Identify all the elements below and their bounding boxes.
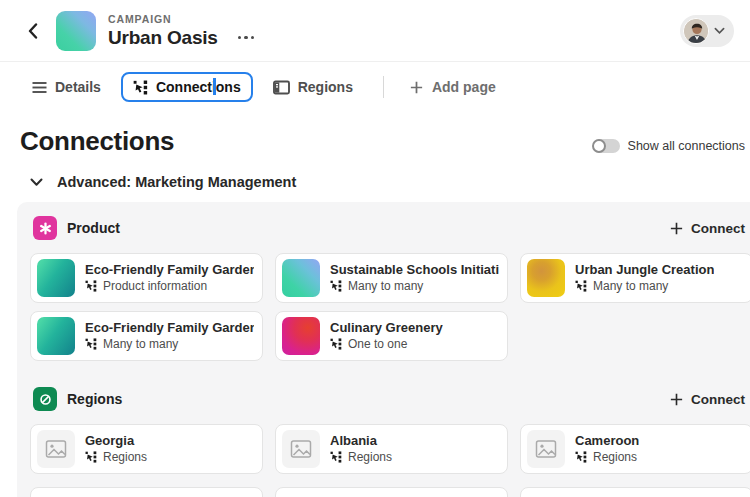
image-placeholder-icon — [290, 439, 312, 459]
regions-cards-grid: Georgia Regions Albania Regions Cameroon… — [30, 424, 750, 474]
section-header-product: Product Connect — [33, 216, 745, 240]
card-title: Albania — [330, 434, 392, 449]
connection-card[interactable]: Albania Regions — [275, 424, 508, 474]
card-title: Urban Jungle Creation — [575, 263, 714, 278]
product-cards-grid: Eco-Friendly Family Gardens Product info… — [30, 253, 750, 361]
connection-type-icon — [330, 280, 342, 292]
card-subtitle: Many to many — [103, 337, 178, 351]
tab-label: Connections — [156, 79, 241, 95]
card-title: Cameroon — [575, 434, 639, 449]
image-placeholder-icon — [535, 439, 557, 459]
card-title: Eco-Friendly Family Gardens — [85, 263, 254, 278]
entity-type-label: CAMPAIGN — [108, 13, 258, 25]
toggle-label: Show all connections — [628, 139, 745, 153]
connection-type-icon — [330, 338, 342, 350]
card-thumbnail — [282, 430, 320, 468]
card-title: Eco-Friendly Family Gardens — [85, 321, 254, 336]
chevron-down-icon — [30, 178, 43, 187]
plus-icon — [670, 393, 683, 406]
regions-cards-grid-partial — [30, 487, 750, 497]
card-thumbnail — [282, 259, 320, 297]
card-thumbnail — [37, 259, 75, 297]
connection-card[interactable]: Cameroon Regions — [520, 424, 750, 474]
card-thumbnail — [37, 430, 75, 468]
connection-type-icon — [575, 451, 587, 463]
plus-icon — [410, 81, 423, 94]
tab-label: Details — [55, 79, 101, 95]
card-subtitle: Product information — [103, 279, 207, 293]
chevron-down-icon — [714, 27, 725, 35]
tab-label: Regions — [298, 79, 353, 95]
tab-details[interactable]: Details — [20, 72, 113, 102]
connection-type-icon — [85, 338, 97, 350]
card-title: Georgia — [85, 434, 147, 449]
show-all-connections-toggle[interactable]: Show all connections — [593, 139, 745, 153]
card-subtitle: One to one — [348, 337, 407, 351]
connections-panel: Product Connect Eco-Friendly Family Gard… — [17, 202, 750, 497]
plus-icon — [670, 222, 683, 235]
divider — [383, 76, 384, 98]
connect-button-product[interactable]: Connect — [670, 221, 745, 236]
campaign-title: Urban Oasis — [108, 27, 218, 49]
asterisk-icon — [33, 216, 57, 240]
back-button[interactable] — [20, 18, 46, 44]
connection-type-icon — [85, 451, 97, 463]
card-thumbnail — [37, 317, 75, 355]
connection-card[interactable]: Eco-Friendly Family Gardens Many to many — [30, 311, 263, 361]
connections-icon — [133, 80, 148, 95]
page-title: Connections — [20, 126, 174, 157]
connection-card-partial[interactable] — [520, 487, 750, 497]
tab-connections[interactable]: Connections — [121, 72, 253, 102]
section-name: Product — [67, 220, 120, 236]
connection-type-icon — [330, 451, 342, 463]
card-icon — [273, 80, 290, 95]
avatar — [683, 18, 709, 44]
group-header-advanced-marketing-management[interactable]: Advanced: Marketing Management — [30, 174, 750, 190]
user-menu-button[interactable] — [680, 15, 734, 47]
campaign-thumbnail — [56, 11, 96, 51]
campaign-connections-screen: CAMPAIGN Urban Oasis — [0, 0, 750, 497]
connection-card[interactable]: Eco-Friendly Family Gardens Product info… — [30, 253, 263, 303]
chevron-left-icon — [28, 23, 38, 39]
connection-card[interactable]: Urban Jungle Creation Many to many — [520, 253, 750, 303]
card-title: Culinary Greenery — [330, 321, 443, 336]
connection-card[interactable]: Culinary Greenery One to one — [275, 311, 508, 361]
card-title: Sustainable Schools Initiative — [330, 263, 499, 278]
card-subtitle: Regions — [103, 450, 147, 464]
card-subtitle: Many to many — [348, 279, 423, 293]
section-header-regions: Regions Connect — [33, 387, 745, 411]
card-subtitle: Regions — [593, 450, 637, 464]
list-icon — [32, 81, 47, 94]
card-subtitle: Regions — [348, 450, 392, 464]
connection-card[interactable]: Sustainable Schools Initiative Many to m… — [275, 253, 508, 303]
connection-card-partial[interactable] — [30, 487, 263, 497]
card-thumbnail — [527, 430, 565, 468]
tab-regions[interactable]: Regions — [261, 72, 365, 102]
card-thumbnail — [527, 259, 565, 297]
page-tab-bar: Details Connections Regions Add page — [0, 62, 750, 112]
card-thumbnail — [282, 317, 320, 355]
slashed-circle-icon — [33, 387, 57, 411]
card-subtitle: Many to many — [593, 279, 668, 293]
connection-type-icon — [85, 280, 97, 292]
text-cursor — [213, 78, 216, 95]
image-placeholder-icon — [45, 439, 67, 459]
page-header: CAMPAIGN Urban Oasis — [0, 0, 750, 62]
connection-card-partial[interactable] — [275, 487, 508, 497]
connection-type-icon — [575, 280, 587, 292]
connection-card[interactable]: Georgia Regions — [30, 424, 263, 474]
toggle-switch[interactable] — [593, 139, 620, 153]
section-name: Regions — [67, 391, 122, 407]
more-menu-icon[interactable] — [234, 32, 259, 44]
add-page-button[interactable]: Add page — [402, 74, 504, 100]
connect-button-regions[interactable]: Connect — [670, 392, 745, 407]
